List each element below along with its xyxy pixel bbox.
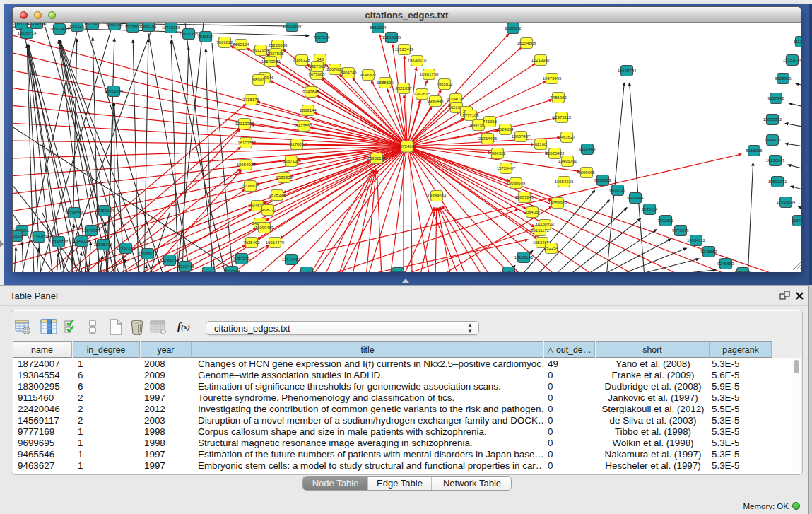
svg-text:8186328: 8186328 bbox=[293, 58, 310, 62]
svg-text:9327508: 9327508 bbox=[267, 52, 284, 56]
svg-text:16033809: 16033809 bbox=[283, 24, 302, 28]
svg-text:16782759: 16782759 bbox=[160, 258, 180, 262]
svg-text:20691406: 20691406 bbox=[50, 27, 69, 31]
svg-text:1733426: 1733426 bbox=[298, 270, 315, 272]
svg-text:9474444: 9474444 bbox=[627, 196, 644, 200]
svg-text:18724007: 18724007 bbox=[398, 144, 417, 148]
svg-text:1092344: 1092344 bbox=[223, 269, 240, 272]
svg-text:17957273: 17957273 bbox=[117, 246, 136, 250]
svg-text:7663822: 7663822 bbox=[216, 40, 233, 45]
svg-text:19384554: 19384554 bbox=[428, 194, 447, 198]
svg-text:8660124: 8660124 bbox=[233, 42, 249, 47]
svg-text:7357224: 7357224 bbox=[313, 35, 330, 40]
svg-text:14136141: 14136141 bbox=[514, 255, 534, 259]
svg-text:8427552: 8427552 bbox=[295, 124, 312, 128]
svg-text:8215955: 8215955 bbox=[746, 148, 763, 153]
svg-text:10654112: 10654112 bbox=[687, 238, 706, 243]
svg-text:15716485: 15716485 bbox=[282, 257, 301, 262]
svg-text:12093872: 12093872 bbox=[763, 117, 782, 122]
svg-text:1362615: 1362615 bbox=[413, 92, 430, 96]
svg-text:3878334: 3878334 bbox=[269, 193, 286, 197]
svg-text:8938923: 8938923 bbox=[594, 178, 611, 182]
svg-text:20206556: 20206556 bbox=[65, 211, 84, 215]
svg-text:7515524: 7515524 bbox=[197, 35, 214, 39]
svg-text:1145194: 1145194 bbox=[74, 239, 91, 243]
svg-text:9245011: 9245011 bbox=[201, 270, 218, 272]
svg-text:2935114: 2935114 bbox=[642, 207, 659, 211]
svg-text:16543382: 16543382 bbox=[261, 59, 281, 64]
svg-text:16961758: 16961758 bbox=[420, 72, 439, 76]
svg-text:9242848: 9242848 bbox=[302, 90, 319, 94]
svg-text:7632621: 7632621 bbox=[657, 218, 674, 223]
svg-text:1610755: 1610755 bbox=[237, 141, 254, 145]
svg-text:9245652: 9245652 bbox=[700, 250, 717, 254]
svg-text:9146821: 9146821 bbox=[360, 73, 377, 77]
svg-text:12342737: 12342737 bbox=[49, 240, 69, 244]
svg-text:12505135: 12505135 bbox=[94, 243, 113, 247]
svg-text:116753: 116753 bbox=[792, 218, 801, 223]
svg-text:11156829: 11156829 bbox=[30, 235, 48, 239]
svg-text:9699695: 9699695 bbox=[578, 170, 595, 175]
svg-text:3498222: 3498222 bbox=[259, 208, 276, 212]
svg-text:15218506: 15218506 bbox=[382, 35, 401, 40]
svg-text:19654925: 19654925 bbox=[237, 163, 256, 167]
svg-text:8813054: 8813054 bbox=[370, 25, 387, 30]
svg-text:7955812: 7955812 bbox=[436, 82, 453, 86]
svg-text:2087682: 2087682 bbox=[505, 26, 522, 30]
svg-text:6466160: 6466160 bbox=[106, 23, 123, 27]
svg-text:20591406: 20591406 bbox=[28, 23, 47, 25]
svg-text:15751074: 15751074 bbox=[783, 58, 801, 62]
svg-text:9227342: 9227342 bbox=[767, 96, 784, 100]
svg-text:1535359: 1535359 bbox=[276, 175, 293, 180]
svg-text:1244415: 1244415 bbox=[764, 138, 781, 142]
svg-text:9245653: 9245653 bbox=[717, 262, 734, 266]
svg-text:19756923: 19756923 bbox=[548, 201, 567, 205]
svg-text:8471676: 8471676 bbox=[672, 228, 689, 233]
svg-text:20053346: 20053346 bbox=[105, 89, 124, 93]
svg-text:9329966: 9329966 bbox=[775, 76, 792, 81]
svg-text:8454749: 8454749 bbox=[340, 71, 357, 75]
svg-text:2718176: 2718176 bbox=[242, 98, 259, 102]
svg-text:252254: 252254 bbox=[544, 246, 559, 250]
svg-text:746266: 746266 bbox=[483, 119, 498, 124]
svg-text:12213967: 12213967 bbox=[531, 58, 551, 62]
svg-text:15720407: 15720407 bbox=[497, 166, 516, 170]
svg-text:6466161: 6466161 bbox=[140, 24, 157, 28]
svg-text:10807487: 10807487 bbox=[512, 134, 531, 139]
svg-text:3624554: 3624554 bbox=[497, 127, 514, 132]
svg-text:10719155: 10719155 bbox=[162, 25, 181, 30]
svg-text:12213363: 12213363 bbox=[235, 122, 254, 126]
svg-text:1527602: 1527602 bbox=[124, 25, 141, 29]
svg-text:1112053: 1112053 bbox=[794, 40, 801, 44]
svg-text:7485063: 7485063 bbox=[550, 95, 567, 100]
svg-text:9457271: 9457271 bbox=[233, 257, 250, 261]
svg-text:3675685: 3675685 bbox=[308, 72, 325, 76]
svg-text:13975887: 13975887 bbox=[82, 228, 101, 233]
svg-text:98901: 98901 bbox=[253, 78, 265, 82]
svg-text:6794028: 6794028 bbox=[447, 97, 464, 101]
svg-text:16154808: 16154808 bbox=[517, 41, 536, 45]
svg-text:17359924: 17359924 bbox=[95, 209, 114, 213]
svg-text:19166825: 19166825 bbox=[241, 184, 260, 188]
svg-text:12975115: 12975115 bbox=[553, 115, 572, 119]
svg-text:2803144: 2803144 bbox=[300, 108, 317, 112]
svg-text:17016504: 17016504 bbox=[777, 200, 796, 204]
svg-text:8267130: 8267130 bbox=[283, 159, 300, 163]
svg-text:16914479: 16914479 bbox=[266, 240, 285, 245]
svg-text:21364436: 21364436 bbox=[478, 136, 498, 141]
svg-text:9777169: 9777169 bbox=[462, 113, 479, 117]
svg-text:14055714: 14055714 bbox=[18, 31, 37, 35]
svg-text:18640910: 18640910 bbox=[408, 59, 427, 63]
svg-text:18807249: 18807249 bbox=[515, 195, 534, 199]
svg-text:7986322: 7986322 bbox=[489, 151, 506, 156]
svg-text:13495791: 13495791 bbox=[558, 159, 577, 163]
svg-text:16648784: 16648784 bbox=[618, 69, 637, 73]
svg-text:10958117: 10958117 bbox=[139, 252, 158, 256]
svg-text:9115460: 9115460 bbox=[579, 147, 596, 151]
svg-text:917006: 917006 bbox=[290, 142, 305, 146]
svg-text:6879197: 6879197 bbox=[609, 188, 626, 192]
svg-text:10025433: 10025433 bbox=[546, 151, 565, 156]
svg-text:7625402: 7625402 bbox=[243, 240, 260, 245]
svg-text:15692071: 15692071 bbox=[768, 180, 787, 184]
svg-text:16210643: 16210643 bbox=[766, 158, 785, 163]
